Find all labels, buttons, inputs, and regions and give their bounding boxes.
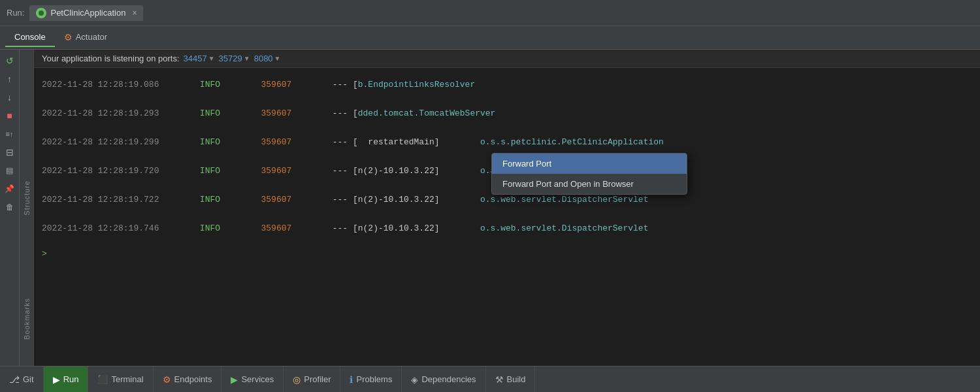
tab-actuator[interactable]: ⚙ Actuator [55,28,116,48]
port-35729-link[interactable]: 35729 ▼ [219,54,250,63]
main-area: ↺ ↑ ↓ ■ ≡↑ ⊟ ▤ 📌 🗑 Structure Bookmarks Y… [0,50,980,366]
port2-dropdown-arrow[interactable]: ▼ [244,55,250,62]
port3-dropdown-arrow[interactable]: ▼ [274,55,281,62]
left-sidebar: ↺ ↑ ↓ ■ ≡↑ ⊟ ▤ 📌 🗑 [0,50,20,366]
run-icon: ▶ [53,374,60,385]
dependencies-label: Dependencies [421,374,476,384]
endpoints-status-item[interactable]: ⚙ Endpoints [154,367,222,392]
port-8080-link[interactable]: 8080 ▼ [254,54,281,63]
port-8080-value: 8080 [254,54,273,63]
run-status-item[interactable]: ▶ Run [44,367,89,392]
log-line-6: 2022-11-28 12:28:19.746 INFO 359607 --- … [34,214,980,243]
scroll-up-button[interactable]: ↑ [1,71,18,88]
problems-status-item[interactable]: ℹ Problems [340,367,402,392]
status-bar: ⎇ Git ▶ Run ⬛ Terminal ⚙ Endpoints ▶ Ser… [0,366,980,392]
app-icon [36,8,46,18]
build-status-item[interactable]: ⚒ Build [486,367,536,392]
console-area: Your application is listening on ports: … [34,50,980,366]
actuator-icon: ⚙ [64,32,73,42]
vertical-sidebar: Structure Bookmarks [20,50,34,366]
build-label: Build [507,374,526,384]
forward-port-item[interactable]: Forward Port [492,154,687,174]
run-label: Run [63,374,79,384]
scroll-down-button[interactable]: ↓ [1,89,18,106]
terminal-label: Terminal [111,374,143,384]
build-icon: ⚒ [495,374,504,385]
print-button[interactable]: ▤ [1,162,18,179]
services-icon: ▶ [231,374,238,385]
actuator-tab-label: Actuator [76,32,107,42]
run-bar: Run: PetClinicApplication × [0,0,980,26]
pin-button[interactable]: 📌 [1,180,18,197]
stop-button[interactable]: ■ [1,107,18,124]
git-icon: ⎇ [9,374,20,385]
endpoints-label: Endpoints [174,374,212,384]
port-bar: Your application is listening on ports: … [34,50,980,68]
clear-button[interactable]: ≡↑ [1,125,18,142]
services-label: Services [241,374,274,384]
tool-tabs-bar: Console ⚙ Actuator [0,26,980,50]
delete-button[interactable]: 🗑 [1,199,18,216]
dependencies-icon: ◈ [411,374,418,385]
forward-port-browser-item[interactable]: Forward Port and Open in Browser [492,174,687,194]
problems-icon: ℹ [350,374,353,385]
layout-button[interactable]: ⊟ [1,144,18,161]
profiler-label: Profiler [304,374,331,384]
log-line-1: 2022-11-28 12:28:19.086 INFO 359607 --- … [34,71,980,99]
tab-console[interactable]: Console [5,28,55,47]
bookmarks-label: Bookmarks [23,298,31,340]
run-tab[interactable]: PetClinicApplication × [29,5,143,21]
port-bar-text: Your application is listening on ports: [42,54,180,63]
port-dropdown-menu: Forward Port Forward Port and Open in Br… [491,153,687,195]
refresh-button[interactable]: ↺ [1,52,18,69]
git-status-item[interactable]: ⎇ Git [0,367,44,392]
problems-label: Problems [356,374,392,384]
port-34457-link[interactable]: 34457 ▼ [184,54,215,63]
close-tab-button[interactable]: × [132,8,137,18]
terminal-icon: ⬛ [97,374,108,384]
console-tab-label: Console [14,32,46,42]
prompt-line: > [34,243,980,265]
endpoints-icon: ⚙ [163,374,171,385]
run-tab-label: PetClinicApplication [50,8,125,18]
profiler-icon: ◎ [293,374,301,385]
log-line-2: 2022-11-28 12:28:19.293 INFO 359607 --- … [34,99,980,128]
structure-label: Structure [23,180,31,216]
port1-dropdown-arrow[interactable]: ▼ [208,55,215,62]
services-status-item[interactable]: ▶ Services [221,367,284,392]
port-35729-value: 35729 [219,54,242,63]
profiler-status-item[interactable]: ◎ Profiler [284,367,340,392]
dependencies-status-item[interactable]: ◈ Dependencies [402,367,485,392]
log-area: 2022-11-28 12:28:19.086 INFO 359607 --- … [34,68,980,366]
terminal-status-item[interactable]: ⬛ Terminal [88,367,153,392]
run-label: Run: [7,8,24,18]
git-label: Git [23,374,34,384]
port-34457-value: 34457 [184,54,207,63]
